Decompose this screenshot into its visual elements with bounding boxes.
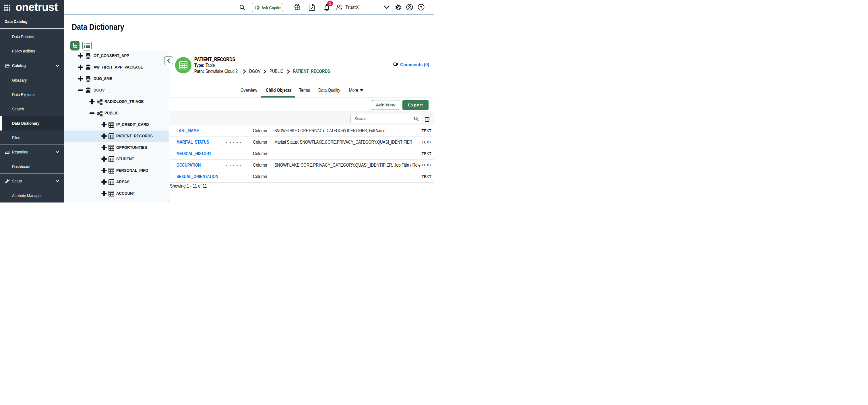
svg-text:?: ? <box>420 5 422 9</box>
